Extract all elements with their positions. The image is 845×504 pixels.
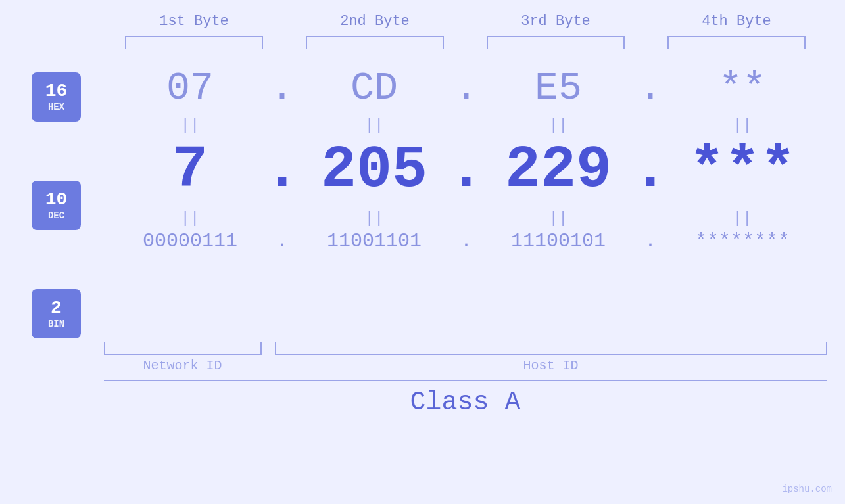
byte-label-2: 2nd Byte xyxy=(302,13,447,30)
eq1-3: || xyxy=(486,116,631,134)
eq2-3: || xyxy=(486,210,631,227)
main-container: 1st Byte 2nd Byte 3rd Byte 4th Byte 16 H… xyxy=(0,0,845,504)
eq2-1: || xyxy=(118,210,262,227)
class-section: Class A xyxy=(104,380,827,417)
host-bracket xyxy=(275,342,827,355)
class-label: Class A xyxy=(410,388,520,417)
bin-row: 00000111 . 11001101 . 11100101 . *******… xyxy=(87,230,845,252)
equals-row-1: || || || || xyxy=(87,116,845,134)
eq1-4: || xyxy=(670,116,815,134)
main-content: 16 HEX 10 DEC 2 BIN 07 . CD . E5 . ** xyxy=(0,59,845,338)
badge-hex-label: HEX xyxy=(48,102,64,112)
byte-label-1: 1st Byte xyxy=(122,13,266,30)
badge-bin-label: BIN xyxy=(48,319,64,329)
bracket-4 xyxy=(667,36,806,49)
hex-byte-1: 07 xyxy=(118,66,262,110)
badge-hex-num: 16 xyxy=(45,81,68,102)
bracket-row xyxy=(104,36,827,49)
dec-byte-4: *** xyxy=(670,137,815,204)
hex-byte-2: CD xyxy=(302,66,447,110)
network-id-label: Network ID xyxy=(104,358,262,373)
eq2-2: || xyxy=(302,210,447,227)
hex-dot-3: . xyxy=(631,66,670,110)
dec-byte-1: 7 xyxy=(118,137,262,204)
dec-byte-2: 205 xyxy=(302,137,447,204)
hex-dot-2: . xyxy=(447,66,486,110)
dec-dot-3: . xyxy=(631,137,670,204)
eq2-4: || xyxy=(670,210,815,227)
bottom-brackets xyxy=(104,342,827,355)
eq1-2: || xyxy=(302,116,447,134)
values-section: 07 . CD . E5 . ** || || || || 7 . xyxy=(87,59,845,256)
bin-byte-2: 11001101 xyxy=(302,230,447,252)
badge-bin-num: 2 xyxy=(51,298,62,319)
byte-label-4: 4th Byte xyxy=(664,13,809,30)
bottom-section: Network ID Host ID xyxy=(104,342,827,373)
hex-row: 07 . CD . E5 . ** xyxy=(87,66,845,110)
watermark: ipshu.com xyxy=(782,484,832,494)
bracket-3 xyxy=(487,36,625,49)
dec-dot-1: . xyxy=(262,137,302,204)
byte-label-3: 3rd Byte xyxy=(483,13,628,30)
header-row: 1st Byte 2nd Byte 3rd Byte 4th Byte xyxy=(104,13,827,30)
dec-row: 7 . 205 . 229 . *** xyxy=(87,137,845,204)
bin-byte-3: 11100101 xyxy=(486,230,631,252)
dec-dot-2: . xyxy=(447,137,486,204)
badge-hex: 16 HEX xyxy=(32,72,81,122)
bin-byte-4: ******** xyxy=(670,230,815,252)
class-bracket-line xyxy=(104,380,827,381)
host-id-label: Host ID xyxy=(275,358,827,373)
bottom-labels: Network ID Host ID xyxy=(104,358,827,373)
bin-dot-2: . xyxy=(447,230,486,252)
badge-dec-num: 10 xyxy=(45,190,68,210)
bracket-1 xyxy=(125,36,263,49)
bracket-2 xyxy=(306,36,444,49)
badge-bin: 2 BIN xyxy=(32,289,81,338)
dec-byte-3: 229 xyxy=(486,137,631,204)
network-bracket xyxy=(104,342,262,355)
badge-dec-label: DEC xyxy=(48,210,64,221)
hex-byte-4: ** xyxy=(670,66,815,110)
eq1-1: || xyxy=(118,116,262,134)
hex-byte-3: E5 xyxy=(486,66,631,110)
badge-dec: 10 DEC xyxy=(32,181,81,230)
bin-byte-1: 00000111 xyxy=(118,230,262,252)
bin-dot-3: . xyxy=(631,230,670,252)
hex-dot-1: . xyxy=(262,66,302,110)
badges-column: 16 HEX 10 DEC 2 BIN xyxy=(32,72,81,338)
equals-row-2: || || || || xyxy=(87,210,845,227)
bin-dot-1: . xyxy=(262,230,302,252)
